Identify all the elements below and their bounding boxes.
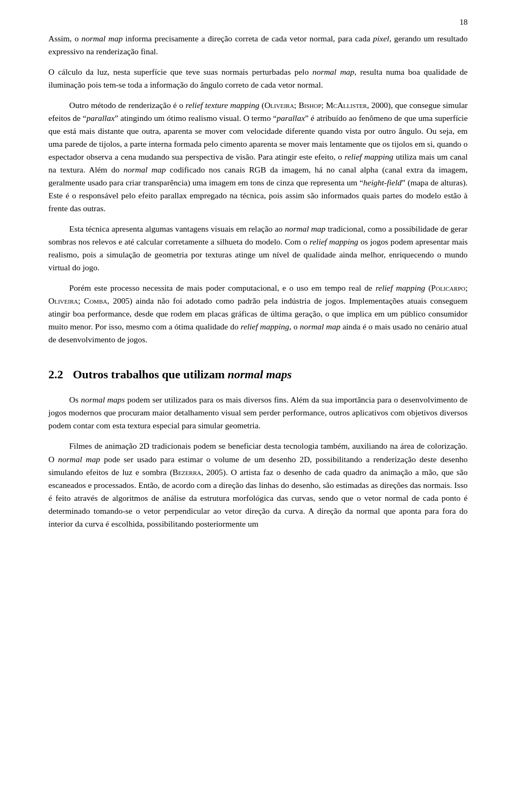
section-paragraph-2: Filmes de animação 2D tradicionais podem… bbox=[48, 440, 468, 530]
section-title-italic: normal maps bbox=[228, 368, 292, 381]
paragraph-5: Porém este processo necessita de mais po… bbox=[48, 282, 468, 346]
section-number: 2.2 bbox=[48, 365, 63, 384]
paragraph-4: Esta técnica apresenta algumas vantagens… bbox=[48, 222, 468, 274]
section-paragraph-1: Os normal maps podem ser utilizados para… bbox=[48, 393, 468, 432]
paragraph-1: Assim, o normal map informa precisamente… bbox=[48, 32, 468, 58]
page: 18 Assim, o normal map informa precisame… bbox=[0, 0, 516, 812]
page-number: 18 bbox=[460, 16, 468, 28]
paragraph-3: Outro método de renderização é o relief … bbox=[48, 99, 468, 215]
section-heading-2-2: 2.2 Outros trabalhos que utilizam normal… bbox=[48, 365, 468, 384]
section-title-text: Outros trabalhos que utilizam bbox=[73, 368, 225, 381]
section-title: Outros trabalhos que utilizam normal map… bbox=[73, 365, 292, 384]
paragraph-2: O cálculo da luz, nesta superfície que t… bbox=[48, 66, 468, 91]
